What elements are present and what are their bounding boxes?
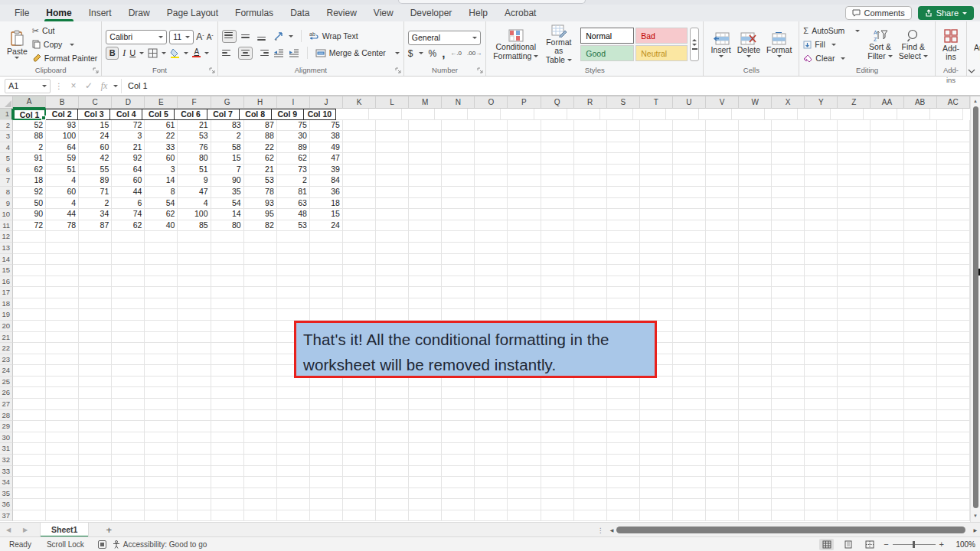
cell-A7[interactable]: 18	[13, 175, 46, 187]
cell-F8[interactable]: 47	[178, 187, 211, 198]
cell-F14[interactable]	[178, 254, 211, 266]
cell-K8[interactable]	[343, 187, 376, 198]
addins-button[interactable]: Add-ins	[939, 28, 962, 62]
cell-Q3[interactable]	[541, 131, 574, 142]
cell-G6[interactable]: 7	[211, 165, 244, 176]
cell-A8[interactable]: 92	[13, 187, 46, 198]
tab-insert[interactable]: Insert	[80, 5, 120, 21]
cell-R18[interactable]	[574, 298, 607, 310]
cell-X18[interactable]	[772, 298, 805, 310]
cell-E37[interactable]	[145, 510, 178, 522]
cell-J27[interactable]	[310, 399, 343, 410]
cell-E27[interactable]	[145, 399, 178, 410]
cell-Z5[interactable]	[838, 153, 871, 165]
cell-AC21[interactable]	[937, 332, 970, 344]
cell-W26[interactable]	[739, 387, 772, 399]
cell-P29[interactable]	[508, 421, 541, 432]
cell-L25[interactable]	[376, 377, 409, 388]
cell-AA4[interactable]	[871, 142, 903, 154]
cell-J7[interactable]: 84	[310, 175, 343, 187]
cell-E21[interactable]	[145, 332, 178, 344]
cell-AA21[interactable]	[871, 332, 903, 344]
cell-I27[interactable]	[277, 399, 310, 410]
cell-K6[interactable]	[343, 165, 376, 176]
cell-O36[interactable]	[475, 499, 508, 510]
cell-G1[interactable]: Col 7	[207, 109, 240, 120]
cell-D23[interactable]	[112, 354, 145, 366]
cell-G2[interactable]: 83	[211, 120, 244, 132]
cell-R28[interactable]	[574, 410, 607, 422]
cell-I31[interactable]	[277, 443, 310, 455]
cell-Q12[interactable]	[541, 231, 574, 243]
cell-U13[interactable]	[673, 243, 706, 254]
cell-W32[interactable]	[739, 455, 772, 466]
cell-H5[interactable]: 62	[244, 153, 277, 165]
cell-R14[interactable]	[574, 254, 607, 266]
cell-H2[interactable]: 87	[244, 120, 277, 132]
cell-B17[interactable]	[46, 287, 79, 298]
paste-button[interactable]: Paste	[4, 29, 31, 60]
row-header-13[interactable]: 13	[0, 243, 13, 254]
row-header-19[interactable]: 19	[0, 309, 13, 321]
cell-Z23[interactable]	[838, 354, 871, 366]
cell-F1[interactable]: Col 6	[174, 109, 207, 120]
cell-E8[interactable]: 8	[145, 187, 178, 198]
cell-U31[interactable]	[673, 443, 706, 455]
cell-K16[interactable]	[343, 276, 376, 288]
cell-AA15[interactable]	[871, 265, 903, 276]
cell-B36[interactable]	[46, 499, 79, 510]
cell-AC15[interactable]	[937, 265, 970, 276]
cell-E16[interactable]	[145, 276, 178, 288]
cell-K12[interactable]	[343, 231, 376, 243]
autosum-button[interactable]: Σ AutoSum	[803, 24, 860, 37]
cell-A15[interactable]	[13, 265, 46, 276]
cell-AC24[interactable]	[937, 365, 970, 377]
cell-S17[interactable]	[607, 287, 640, 298]
cell-O13[interactable]	[475, 243, 508, 254]
cell-Y25[interactable]	[805, 377, 838, 388]
cell-N31[interactable]	[442, 443, 475, 455]
cell-B6[interactable]: 51	[46, 165, 79, 176]
cell-L7[interactable]	[376, 175, 409, 187]
cell-P5[interactable]	[508, 153, 541, 165]
format-painter-button[interactable]: Format Painter	[32, 51, 97, 65]
cell-T16[interactable]	[640, 276, 673, 288]
cell-U18[interactable]	[673, 298, 706, 310]
cell-Y29[interactable]	[805, 421, 838, 432]
cell-F7[interactable]: 9	[178, 175, 211, 187]
cell-O34[interactable]	[475, 477, 508, 488]
cell-AB4[interactable]	[904, 142, 937, 154]
tab-help[interactable]: Help	[460, 5, 496, 21]
cell-Y1[interactable]	[798, 109, 831, 120]
cell-D20[interactable]	[112, 321, 145, 332]
cell-E9[interactable]: 54	[145, 198, 178, 210]
cell-Z16[interactable]	[838, 276, 871, 288]
cell-P34[interactable]	[508, 477, 541, 488]
cell-E11[interactable]: 40	[145, 220, 178, 232]
dialog-launcher-icon[interactable]	[209, 67, 216, 74]
cell-I14[interactable]	[277, 254, 310, 266]
analyze-data-button[interactable]: Analyze Data	[971, 27, 980, 62]
cell-C6[interactable]: 55	[79, 165, 112, 176]
cell-E24[interactable]	[145, 365, 178, 377]
cell-AA8[interactable]	[871, 187, 903, 198]
align-middle-button[interactable]	[241, 31, 253, 41]
cell-U15[interactable]	[673, 265, 706, 276]
cell-Z14[interactable]	[838, 254, 871, 266]
cell-C35[interactable]	[79, 488, 112, 500]
cell-E14[interactable]	[145, 254, 178, 266]
cell-D16[interactable]	[112, 276, 145, 288]
column-header-AB[interactable]: AB	[904, 96, 937, 109]
cell-K17[interactable]	[343, 287, 376, 298]
cell-P11[interactable]	[508, 220, 541, 232]
cell-T28[interactable]	[640, 410, 673, 422]
cell-F3[interactable]: 53	[178, 131, 211, 142]
cell-V16[interactable]	[706, 276, 739, 288]
cell-F20[interactable]	[178, 321, 211, 332]
cell-I32[interactable]	[277, 455, 310, 466]
cell-A12[interactable]	[13, 231, 46, 243]
cell-Q5[interactable]	[541, 153, 574, 165]
cell-A10[interactable]: 90	[13, 209, 46, 220]
column-header-Z[interactable]: Z	[838, 96, 871, 109]
cell-N7[interactable]	[442, 175, 475, 187]
